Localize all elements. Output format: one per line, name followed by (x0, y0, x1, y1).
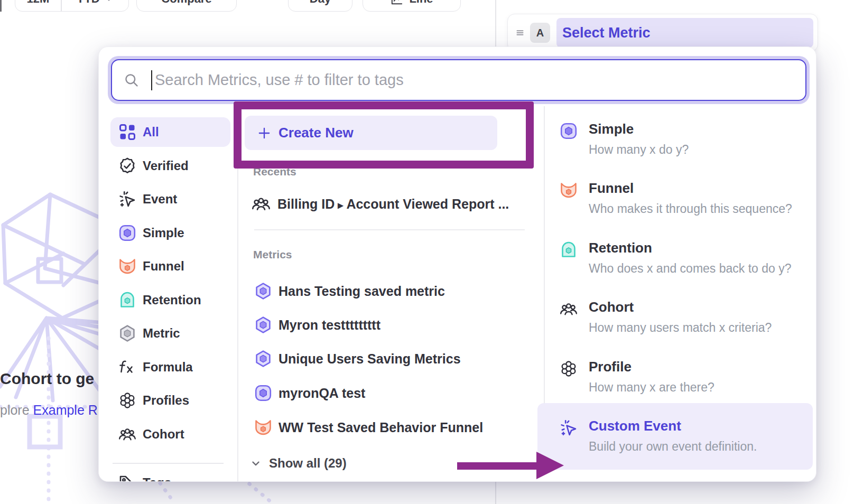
sidebar-item-label: Cohort (143, 427, 184, 442)
search-input[interactable]: Search Metrics, use # to filter to tags (111, 59, 806, 101)
compare-button[interactable]: Compare (136, 0, 237, 12)
profiles-icon (560, 360, 578, 378)
metric-item-label: myronQA test (279, 386, 365, 401)
sidebar-item-label: Metric (143, 326, 180, 341)
range-12m-label: 12M (27, 0, 50, 6)
recent-item-billing[interactable]: Billing ID▸Account Viewed Report ... (252, 192, 509, 216)
empty-state-text-fragment: plore (0, 403, 30, 417)
metric-type-title: Cohort (589, 299, 634, 315)
recent-item-label: Billing ID (277, 197, 335, 211)
sidebar-item-label: Retention (143, 293, 201, 307)
series-a-badge: A (530, 23, 550, 43)
types-column-divider (544, 106, 545, 403)
annotation-arrow (453, 448, 567, 483)
show-all-button[interactable]: Show all (29) (250, 452, 347, 475)
retention-icon (560, 241, 578, 259)
day-granularity-button[interactable]: Day (288, 0, 352, 12)
metric-list-item[interactable]: myronQA test (254, 381, 365, 405)
compare-label: Compare (161, 0, 211, 6)
line-label: Line (409, 0, 433, 6)
metric-type-description: Who makes it through this sequence? (589, 202, 792, 216)
simple-icon (254, 384, 272, 402)
caret-down-icon (104, 0, 114, 4)
sidebar-divider (113, 463, 224, 464)
formula-icon (118, 358, 136, 376)
metric-type-simple[interactable]: SimpleHow many x do y? (560, 122, 808, 166)
range-ytd-label: YTD (77, 0, 100, 6)
sidebar-item-label: Simple (143, 226, 184, 240)
line-chart-type-button[interactable]: Line (363, 0, 461, 12)
saved-metric-icon (254, 350, 272, 368)
metric-type-custom-event[interactable]: Custom EventBuild your own event definit… (560, 419, 808, 463)
metric-type-description: How many x do y? (589, 143, 689, 157)
metric-type-funnel[interactable]: FunnelWho makes it through this sequence… (560, 181, 808, 226)
recent-item-detail: Account Viewed Report ... (346, 197, 509, 211)
search-placeholder: Search Metrics, use # to filter to tags (155, 71, 404, 89)
sidebar-item-label: Tags (143, 475, 171, 482)
sidebar-item-label: Funnel (143, 259, 184, 274)
metric-type-cohort[interactable]: CohortHow many users match x criteria? (560, 300, 808, 344)
verified-icon (118, 157, 136, 175)
day-label: Day (310, 0, 331, 6)
metric-list-item[interactable]: Unique Users Saving Metrics (254, 347, 461, 370)
sidebar-item-label: Profiles (143, 393, 189, 408)
retention-icon (118, 291, 136, 309)
sidebar-item-label: Event (143, 192, 177, 207)
metric-type-description: Build your own event definition. (589, 440, 757, 454)
simple-icon (118, 224, 136, 242)
range-12m-button[interactable]: 12M (15, 0, 61, 11)
metric-list-item[interactable]: Hans Testing saved metric (254, 279, 445, 303)
metric-type-description: How many users match x criteria? (589, 321, 772, 335)
screen-edge-mark (0, 0, 2, 12)
annotation-box (234, 101, 534, 169)
metric-list-item[interactable]: WW Test Saved Behavior Funnel (254, 416, 483, 439)
metric-type-title: Funnel (589, 180, 634, 197)
cohort-icon (252, 194, 271, 213)
metric-item-label: Myron testtttttttt (279, 318, 380, 333)
sidebar-item-formula[interactable]: Formula (110, 352, 230, 382)
divider (254, 229, 525, 230)
sidebar-item-tags[interactable]: Tags (110, 468, 230, 482)
metric-type-retention[interactable]: RetentionWho does x and comes back to do… (560, 241, 808, 285)
metric-type-title: Simple (589, 121, 634, 137)
drag-handle-icon[interactable] (514, 27, 526, 39)
sidebar-item-event[interactable]: Event (110, 184, 230, 214)
sidebar-item-verified[interactable]: Verified (110, 151, 230, 181)
metric-type-title: Retention (589, 240, 652, 256)
sidebar-item-all[interactable]: All (110, 117, 230, 147)
funnel-icon (254, 418, 272, 436)
cohort-icon (560, 300, 578, 318)
sidebar-item-metric[interactable]: Metric (110, 319, 230, 348)
search-focus-ring: Search Metrics, use # to filter to tags (108, 56, 810, 104)
metric-icon (118, 324, 136, 342)
funnel-icon (560, 181, 578, 199)
sidebar-item-profiles[interactable]: Profiles (110, 386, 230, 415)
search-icon (124, 72, 140, 88)
metric-type-title: Custom Event (589, 418, 681, 434)
metric-type-profile[interactable]: ProfileHow many x are there? (560, 360, 808, 404)
sidebar-item-retention[interactable]: Retention (110, 285, 230, 315)
sidebar-item-label: Formula (143, 360, 193, 375)
text-cursor (151, 70, 152, 90)
sidebar-item-cohort[interactable]: Cohort (110, 419, 230, 449)
sidebar-item-funnel[interactable]: Funnel (110, 251, 230, 281)
saved-metric-icon (254, 316, 272, 334)
tag-icon (118, 474, 136, 482)
metric-item-label: WW Test Saved Behavior Funnel (279, 420, 483, 435)
select-metric-pill[interactable]: Select Metric (556, 18, 813, 48)
profiles-icon (118, 391, 136, 409)
event-icon (560, 419, 578, 437)
metric-type-description: Who does x and comes back to do y? (589, 262, 792, 276)
metric-list-item[interactable]: Myron testtttttttt (254, 313, 380, 337)
example-reports-link[interactable]: Example R (33, 403, 98, 417)
show-all-label: Show all (29) (269, 456, 347, 471)
range-ytd-button[interactable]: YTD (62, 0, 129, 11)
select-metric-label: Select Metric (562, 25, 651, 41)
simple-icon (560, 122, 578, 140)
empty-state-subtext: plore Example R (0, 403, 98, 418)
sidebar-item-simple[interactable]: Simple (110, 218, 230, 248)
empty-state-heading: Cohort to ge (0, 370, 94, 388)
event-icon (118, 190, 136, 208)
sidebar-item-label: All (143, 125, 159, 139)
metrics-section-label: Metrics (253, 248, 292, 261)
